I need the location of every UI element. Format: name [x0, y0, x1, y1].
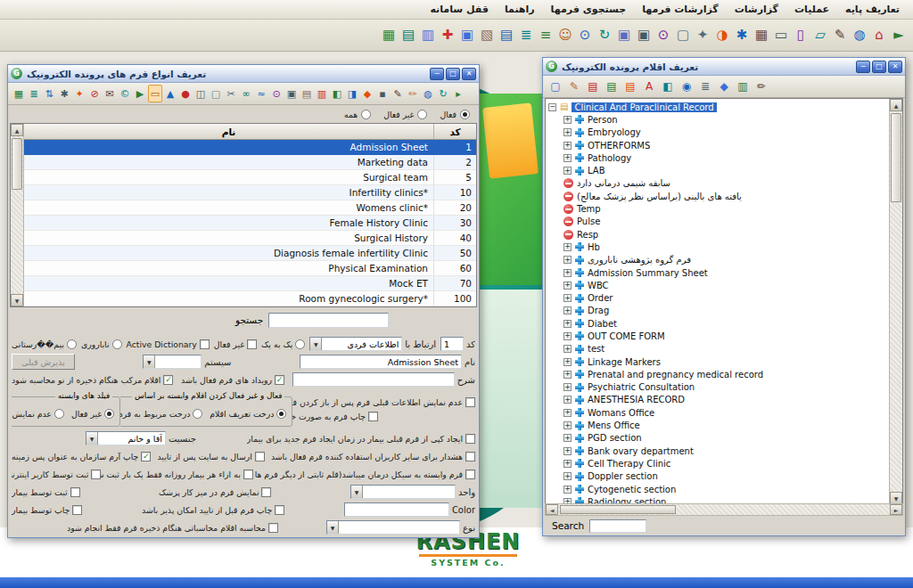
orange-book-icon[interactable]: ▤ [621, 78, 639, 95]
close-button[interactable]: ✕ [462, 68, 476, 80]
fax-icon[interactable]: ▯ [792, 24, 810, 47]
report-icon[interactable]: ▥ [734, 78, 752, 95]
save-icon[interactable]: ◨ [345, 85, 359, 102]
next-icon[interactable]: ▸ [451, 85, 465, 102]
print-icon[interactable]: ▭ [148, 85, 162, 102]
checkbox[interactable]: هشدار برای سایر کاربران استفاده کننده فر… [271, 452, 475, 461]
expand-icon[interactable]: + [563, 282, 572, 290]
tree-item[interactable]: Temp [548, 202, 889, 215]
table-row[interactable]: 60Physical Examination [24, 261, 476, 276]
scroll-down-icon[interactable]: ▼ [890, 492, 902, 504]
expand-icon[interactable]: + [563, 128, 572, 136]
document-icon[interactable]: ▢ [674, 24, 692, 47]
text-input[interactable]: 1 [440, 337, 464, 351]
hscroll-track[interactable] [558, 504, 890, 515]
ledger-icon[interactable]: ▤ [498, 24, 515, 47]
expand-icon[interactable]: + [563, 447, 572, 455]
tree-item[interactable]: +Doppler section [548, 470, 889, 483]
search-icon[interactable]: ⊙ [576, 24, 594, 47]
expand-icon[interactable]: + [563, 306, 572, 314]
doctor-icon[interactable]: ☺ [556, 24, 574, 47]
code-column-header[interactable]: کد [433, 124, 476, 139]
globe-icon[interactable]: ◍ [851, 24, 868, 47]
expand-icon[interactable]: + [563, 434, 572, 442]
menu-lock-system[interactable]: قفل سامانه [422, 0, 496, 19]
expand-icon[interactable]: + [563, 472, 572, 480]
monitor-icon[interactable]: ▣ [635, 24, 653, 47]
form-button[interactable]: پذیرش قبلی [12, 354, 75, 370]
radio[interactable]: بیم��رستانی [12, 339, 77, 349]
find-icon[interactable]: ⊙ [269, 85, 284, 102]
tree-item[interactable]: +Diabet [548, 317, 889, 330]
exit-icon[interactable]: ► [890, 24, 908, 47]
table-row[interactable]: 40Surgical History [24, 231, 476, 246]
green-book-icon[interactable]: ▤ [603, 78, 621, 95]
sort-icon[interactable]: ⇅ [42, 85, 56, 102]
signature-icon[interactable]: ✎ [831, 24, 849, 47]
tools-icon[interactable]: ✦ [694, 24, 711, 47]
page-icon[interactable]: ▢ [209, 85, 223, 102]
image-icon[interactable]: ◧ [330, 85, 344, 102]
tree-item[interactable]: Pulse [548, 216, 889, 228]
expand-icon[interactable]: + [563, 358, 572, 366]
minimize-button[interactable]: − [430, 68, 444, 80]
workstation-icon[interactable]: ▣ [615, 24, 633, 47]
checkbox[interactable]: فرم وابسته به سیکل درمان میباشد(قلم ثابت… [253, 470, 475, 479]
tree-item[interactable]: +Womans Office [548, 406, 889, 419]
menu-help[interactable]: راهنما [497, 0, 543, 19]
tree-scrollbar[interactable]: ▲ ▼ [889, 99, 902, 504]
tree-item[interactable]: +Embryology [548, 127, 889, 139]
checkbox[interactable]: نمایش فرم در میز کار پزشک [159, 487, 271, 497]
run-icon[interactable]: ▶ [133, 85, 147, 102]
filter-option[interactable]: غیر فعال [383, 110, 427, 119]
expand-icon[interactable]: + [563, 320, 572, 328]
printer-icon[interactable]: ▭ [772, 24, 790, 47]
settings-icon[interactable]: ✱ [57, 85, 71, 102]
expand-icon[interactable]: + [563, 256, 572, 264]
columns-icon[interactable]: ◫ [193, 85, 208, 102]
tree-item[interactable]: +Drag [548, 305, 889, 317]
tree-search-input[interactable] [589, 519, 646, 533]
checkbox[interactable]: چاپ فرم قبل از تایید امکان پذیر باشد [142, 505, 284, 515]
wave-icon[interactable]: ≈ [254, 85, 268, 102]
edit-item-icon[interactable]: ✎ [565, 78, 583, 95]
checkbox[interactable]: چاپ توسط بیمار [12, 505, 82, 515]
collapse-icon[interactable]: − [548, 103, 556, 111]
expand-icon[interactable]: + [563, 116, 572, 124]
menu-operations[interactable]: عملیات [786, 0, 837, 19]
tree-item[interactable]: +Person [548, 113, 889, 126]
table-row[interactable]: 20Womens clinic* [24, 200, 476, 216]
tree-item[interactable]: +Admission Summary Sheet [548, 266, 889, 279]
tree-icon[interactable]: ≣ [696, 78, 714, 95]
tree-root[interactable]: −▤Clinical And Paraclinical Record [548, 101, 889, 113]
expand-icon[interactable]: + [563, 269, 572, 277]
tree-item[interactable]: +Hb [548, 241, 889, 253]
table-row[interactable]: 30Female History Clinic [24, 216, 476, 231]
refresh-icon[interactable]: ↻ [596, 24, 613, 47]
tree-item[interactable]: +Order [548, 291, 889, 304]
tree-hscrollbar[interactable]: ◄ ► [545, 503, 903, 516]
medical-cross-icon[interactable]: ✚ [439, 24, 456, 47]
new-icon[interactable]: ✦ [72, 85, 86, 102]
chart-monitor-icon[interactable]: ▥ [419, 24, 437, 47]
window-icon[interactable]: ▣ [284, 85, 299, 102]
tree-item[interactable]: +Pathology [548, 151, 889, 164]
pen-icon[interactable]: ✎ [391, 85, 405, 102]
tree-item[interactable]: +Psychiatric Consultation [548, 381, 889, 394]
tree-item[interactable]: +WBC [548, 279, 889, 291]
radio[interactable]: عدم نمایش [12, 409, 64, 419]
image-item-icon[interactable]: ◧ [659, 78, 677, 95]
tree-item[interactable]: سابقه شیمی درمانی دارد [548, 177, 889, 190]
tree-item[interactable]: یافته های بالینی (براساس نظر پزشک معالج) [548, 190, 889, 202]
checkbox[interactable]: ارسال به سایت پس از تایید [157, 452, 264, 461]
close-button[interactable]: ✕ [888, 61, 902, 73]
globe2-icon[interactable]: ◍ [421, 85, 435, 102]
checkbox[interactable]: ایجاد کپی از فرم قبلی بیمار در زمان ایجا… [247, 434, 475, 444]
items-window-titlebar[interactable]: G تعریف اقلام پرونده الکترونیک − □ ✕ [543, 58, 905, 76]
checkbox[interactable]: به ازاء هر بیمار روزانه فقط یک بار ثبت ش… [101, 470, 252, 479]
radio[interactable]: درخت تعریف اقلام [210, 409, 286, 419]
expand-icon[interactable]: + [563, 243, 572, 251]
scroll-left-icon[interactable]: ◄ [546, 504, 558, 515]
menu-form-search[interactable]: جستجوی فرمها [543, 0, 635, 19]
radio[interactable]: ناباروری [81, 339, 122, 349]
